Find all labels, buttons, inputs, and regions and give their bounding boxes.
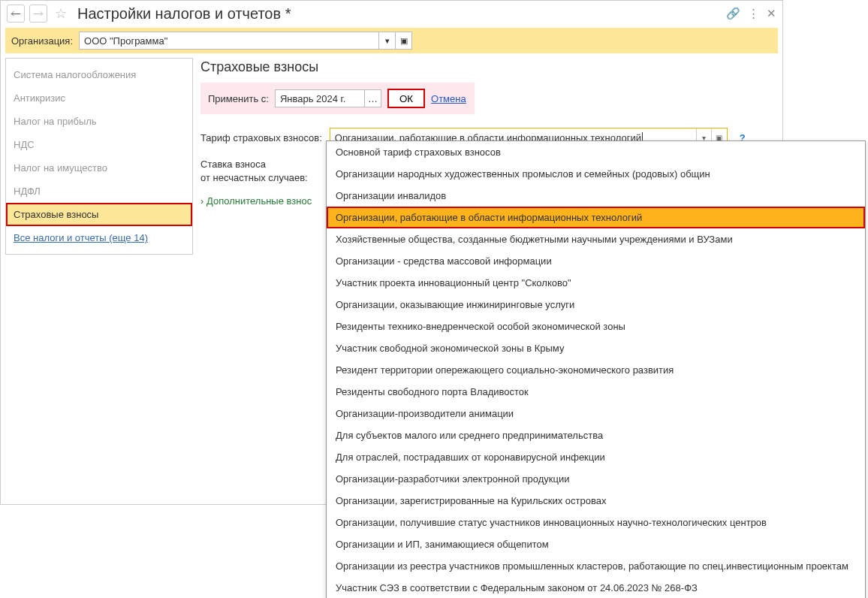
tariff-label: Тариф страховых взносов:	[200, 132, 322, 143]
tariff-option[interactable]: Резидент территории опережающего социаль…	[327, 359, 865, 381]
tariff-option[interactable]: Организации-производители анимации	[327, 403, 865, 424]
sidebar-item-anticrisis[interactable]: Антикризис	[6, 86, 192, 110]
tariff-option[interactable]: Организации, оказывающие инжиниринговые …	[327, 294, 865, 316]
sidebar-item-tax-system[interactable]: Система налогообложения	[6, 63, 192, 86]
sidebar-item-property-tax[interactable]: Налог на имущество	[6, 156, 192, 180]
link-icon[interactable]: 🔗	[726, 7, 740, 20]
tariff-option[interactable]: Для субъектов малого или среднего предпр…	[327, 424, 865, 446]
nav-forward-button[interactable]: 🡒	[29, 5, 47, 23]
organization-label: Организация:	[11, 35, 73, 47]
tariff-option[interactable]: Организации, получившие статус участнико…	[327, 512, 865, 533]
tariff-option[interactable]: Организации-разработчики электронной про…	[327, 468, 865, 490]
sidebar-item-insurance[interactable]: Страховые взносы	[6, 203, 192, 226]
organization-dropdown-button[interactable]: ▾	[379, 32, 396, 50]
close-icon[interactable]: ✕	[767, 7, 776, 20]
tariff-option[interactable]: Организации из реестра участников промыш…	[327, 555, 865, 577]
organization-input[interactable]: ООО "Программа"	[79, 32, 379, 50]
apply-from-picker-button[interactable]: …	[365, 89, 381, 107]
tariff-option[interactable]: Для отраслей, пострадавших от коронавиру…	[327, 446, 865, 468]
tariff-option[interactable]: Основной тариф страховых взносов	[327, 141, 865, 163]
tariff-option[interactable]: Резиденты технико-внедренческой особой э…	[327, 316, 865, 337]
sidebar-item-profit-tax[interactable]: Налог на прибыль	[6, 110, 192, 133]
accident-rate-label: Ставка взноса от несчастных случаев:	[200, 158, 308, 185]
sidebar: Система налогообложения Антикризис Налог…	[5, 58, 193, 255]
tariff-option[interactable]: Организации, зарегистрированные на Курил…	[327, 490, 865, 512]
favorite-icon[interactable]: ☆	[55, 5, 67, 22]
sidebar-item-vat[interactable]: НДС	[6, 133, 192, 156]
sidebar-item-ndfl[interactable]: НДФЛ	[6, 180, 192, 203]
page-title: Настройки налогов и отчетов *	[74, 5, 722, 23]
ok-button[interactable]: ОК	[387, 89, 425, 108]
tariff-option[interactable]: Резиденты свободного порта Владивосток	[327, 381, 865, 403]
apply-from-label: Применить с:	[208, 93, 269, 104]
tariff-option[interactable]: Хозяйственные общества, созданные бюджет…	[327, 228, 865, 250]
organization-bar: Организация: ООО "Программа" ▾ ▣	[5, 28, 778, 53]
more-icon[interactable]: ⋮	[748, 7, 759, 20]
tariff-option[interactable]: Организации - средства массовой информац…	[327, 250, 865, 272]
nav-back-button[interactable]: 🡐	[7, 5, 25, 23]
tariff-option[interactable]: Организации инвалидов	[327, 185, 865, 207]
tariff-option[interactable]: Организации и ИП, занимающиеся общепитом	[327, 533, 865, 555]
tariff-dropdown-list[interactable]: Основной тариф страховых взносовОрганиза…	[326, 140, 866, 598]
tariff-option[interactable]: Участник свободной экономической зоны в …	[327, 337, 865, 359]
apply-from-input[interactable]: Январь 2024 г.	[275, 89, 365, 107]
tariff-option[interactable]: Организации народных художественных пром…	[327, 163, 865, 185]
section-title: Страховые взносы	[200, 59, 778, 75]
cancel-link[interactable]: Отмена	[431, 93, 466, 104]
sidebar-item-all-taxes[interactable]: Все налоги и отчеты (еще 14)	[6, 226, 192, 249]
chevron-right-icon: ›	[200, 196, 203, 207]
organization-open-button[interactable]: ▣	[396, 32, 412, 50]
tariff-option[interactable]: Организации, работающие в области информ…	[327, 207, 865, 228]
tariff-option[interactable]: Участник СЭЗ в соответствии с Федеральны…	[327, 577, 865, 598]
tariff-option[interactable]: Участник проекта инновационный центр "Ск…	[327, 272, 865, 294]
apply-from-bar: Применить с: Январь 2024 г. … ОК Отмена	[200, 83, 475, 114]
